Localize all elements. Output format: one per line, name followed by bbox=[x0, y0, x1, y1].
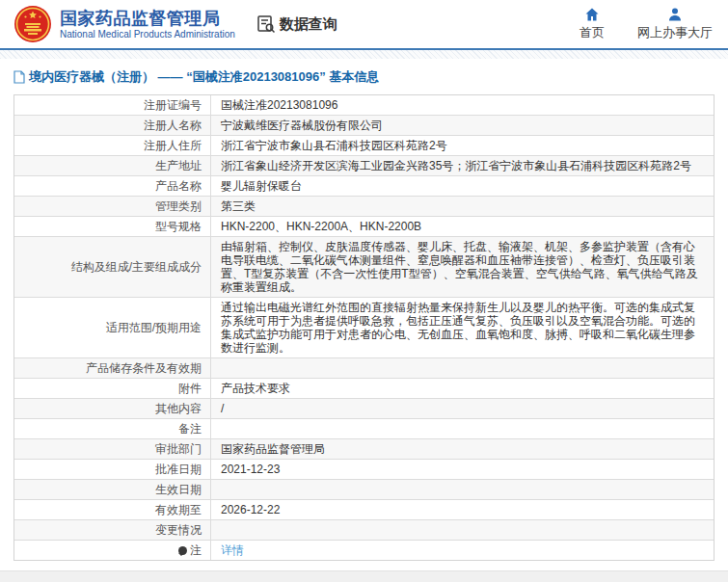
row-label: 管理类别 bbox=[14, 197, 211, 216]
page-icon bbox=[13, 70, 25, 84]
row-label: 产品名称 bbox=[14, 176, 211, 196]
table-row: 管理类别第三类 bbox=[14, 197, 714, 217]
table-row: 有效期至2026-12-22 bbox=[14, 500, 714, 520]
row-value bbox=[211, 480, 714, 499]
table-row: 注详情 bbox=[14, 541, 714, 560]
data-query-label: 数据查询 bbox=[280, 15, 337, 34]
row-value: 浙江省宁波市象山县石浦科技园区科苑路2号 bbox=[211, 136, 714, 155]
table-row: 型号规格HKN-2200、HKN-2200A、HKN-2200B bbox=[14, 217, 714, 237]
table-row: 产品名称婴儿辐射保暖台 bbox=[14, 176, 714, 197]
document-search-icon bbox=[256, 14, 276, 34]
row-value: 宁波戴维医疗器械股份有限公司 bbox=[211, 116, 714, 135]
agency-name-cn: 国家药品监督管理局 bbox=[60, 8, 235, 29]
table-row: 其他内容/ bbox=[14, 399, 714, 419]
table-row: 批准日期2021-12-23 bbox=[14, 460, 714, 480]
table-row: 审批部门国家药品监督管理局 bbox=[14, 439, 714, 460]
main-content: 境内医疗器械（注册） —— “国械注准20213081096” 基本信息 注册证… bbox=[0, 59, 728, 565]
row-value: 第三类 bbox=[211, 197, 714, 216]
row-value: 由辐射箱、控制仪、皮肤温度传感器、婴儿床、托盘、输液架、机架、多参监护装置（含有… bbox=[211, 237, 714, 297]
header-divider-hatch bbox=[0, 50, 728, 59]
row-value: 2021-12-23 bbox=[211, 460, 714, 479]
row-value bbox=[211, 520, 714, 540]
table-row: 生产地址浙江省象山经济开发区滨海工业园金兴路35号；浙江省宁波市象山县石浦科技园… bbox=[14, 156, 714, 176]
row-label: 产品储存条件及有效期 bbox=[14, 358, 211, 378]
row-value: HKN-2200、HKN-2200A、HKN-2200B bbox=[211, 217, 714, 236]
national-emblem-icon bbox=[13, 5, 52, 43]
header-nav: 首页 网上办事大厅 bbox=[580, 7, 713, 41]
row-label: 注 bbox=[14, 541, 211, 560]
agency-name-en: National Medical Products Administration bbox=[60, 29, 235, 40]
table-row: 附件产品技术要求 bbox=[14, 379, 714, 399]
table-row: 产品储存条件及有效期 bbox=[14, 358, 714, 379]
table-row: 注册人名称宁波戴维医疗器械股份有限公司 bbox=[14, 116, 714, 136]
row-label: 生效日期 bbox=[14, 480, 211, 499]
row-value bbox=[211, 358, 714, 378]
footer-strip bbox=[0, 570, 728, 582]
table-row: 注册人住所浙江省宁波市象山县石浦科技园区科苑路2号 bbox=[14, 136, 714, 156]
row-value: 产品技术要求 bbox=[211, 379, 714, 398]
row-value: / bbox=[211, 399, 714, 418]
row-value: 婴儿辐射保暖台 bbox=[211, 176, 714, 196]
row-label: 结构及组成/主要组成成分 bbox=[14, 237, 211, 297]
row-label: 型号规格 bbox=[14, 217, 211, 236]
info-table: 注册证编号国械注准20213081096注册人名称宁波戴维医疗器械股份有限公司注… bbox=[13, 94, 715, 561]
row-value: 通过输出电磁光谱红外范围的直接辐射热量来保持新生儿以及婴儿的热平衡。可选的集成式… bbox=[211, 298, 714, 357]
nav-service-hall[interactable]: 网上办事大厅 bbox=[637, 7, 713, 41]
table-row: 注册证编号国械注准20213081096 bbox=[14, 95, 714, 116]
row-label: 有效期至 bbox=[14, 500, 211, 519]
table-row: 变更情况 bbox=[14, 520, 714, 541]
row-label: 生产地址 bbox=[14, 156, 211, 175]
row-value: 国械注准20213081096 bbox=[211, 95, 714, 115]
home-icon bbox=[584, 7, 600, 22]
breadcrumb: 境内医疗器械（注册） —— “国械注准20213081096” 基本信息 bbox=[13, 68, 715, 86]
row-label: 注册证编号 bbox=[14, 95, 211, 115]
row-value: 浙江省象山经济开发区滨海工业园金兴路35号；浙江省宁波市象山县石浦科技园区科苑路… bbox=[211, 156, 714, 175]
nav-service-hall-label: 网上办事大厅 bbox=[637, 24, 713, 41]
details-link[interactable]: 详情 bbox=[221, 543, 244, 557]
row-label: 审批部门 bbox=[14, 439, 211, 459]
nav-home-label: 首页 bbox=[580, 24, 605, 41]
row-value: 详情 bbox=[211, 541, 714, 560]
row-value: 国家药品监督管理局 bbox=[211, 439, 714, 459]
row-label: 注册人住所 bbox=[14, 136, 211, 155]
row-value: 2026-12-22 bbox=[211, 500, 714, 519]
row-label: 批准日期 bbox=[14, 460, 211, 479]
data-query-tab[interactable]: 数据查询 bbox=[256, 14, 337, 34]
breadcrumb-text: 境内医疗器械（注册） —— “国械注准20213081096” 基本信息 bbox=[29, 68, 379, 86]
table-row: 生效日期 bbox=[14, 480, 714, 500]
table-row: 备注 bbox=[14, 419, 714, 439]
row-label: 备注 bbox=[14, 419, 211, 438]
note-icon bbox=[178, 546, 187, 555]
agency-title-block: 国家药品监督管理局 National Medical Products Admi… bbox=[60, 8, 235, 40]
table-row: 结构及组成/主要组成成分由辐射箱、控制仪、皮肤温度传感器、婴儿床、托盘、输液架、… bbox=[14, 237, 714, 298]
row-label: 注册人名称 bbox=[14, 116, 211, 135]
site-header: 国家药品监督管理局 National Medical Products Admi… bbox=[0, 0, 728, 50]
table-row: 适用范围/预期用途通过输出电磁光谱红外范围的直接辐射热量来保持新生儿以及婴儿的热… bbox=[14, 298, 714, 358]
row-label: 适用范围/预期用途 bbox=[14, 298, 211, 357]
row-value bbox=[211, 419, 714, 438]
nav-home[interactable]: 首页 bbox=[580, 7, 605, 41]
row-label: 其他内容 bbox=[14, 399, 211, 418]
row-label: 变更情况 bbox=[14, 520, 211, 540]
row-label: 附件 bbox=[14, 379, 211, 398]
user-icon bbox=[667, 7, 683, 22]
